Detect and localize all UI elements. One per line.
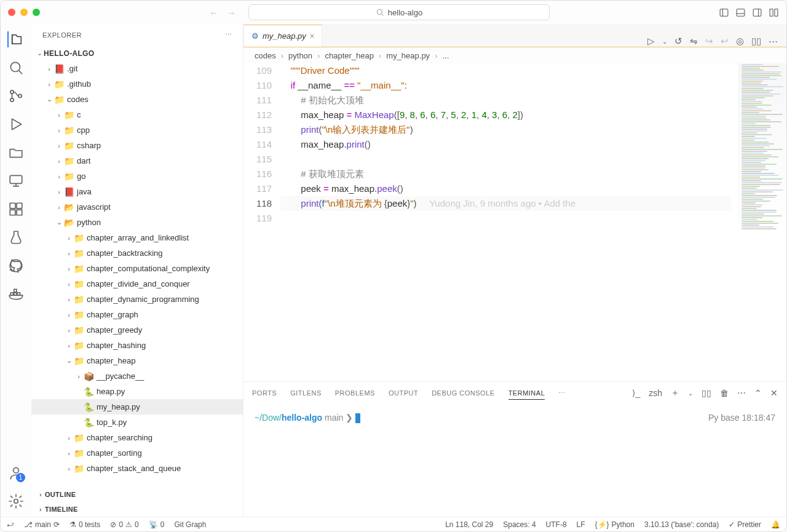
- timeline-icon[interactable]: ↺: [674, 36, 682, 47]
- outline-section[interactable]: ›OUTLINE: [31, 487, 243, 502]
- test-icon[interactable]: [8, 229, 24, 245]
- folder-open-icon[interactable]: [8, 145, 24, 161]
- tree-item[interactable]: ⌄📂python: [31, 215, 243, 230]
- file-tree[interactable]: ⌄HELLO-ALGO ›📕.git›📁.github⌄📁codes›📁c›📁c…: [31, 46, 243, 487]
- tree-item[interactable]: 🐍my_heap.py: [31, 399, 243, 415]
- split-editor-icon[interactable]: ▯▯: [751, 36, 761, 47]
- run-dropdown-icon[interactable]: ⌄: [662, 38, 667, 45]
- tree-item[interactable]: ›📁chapter_greedy: [31, 322, 243, 338]
- gitgraph-status[interactable]: Git Graph: [174, 520, 206, 529]
- tree-item[interactable]: ›📁c: [31, 107, 243, 122]
- account-icon[interactable]: 1: [8, 465, 24, 481]
- close-window[interactable]: [8, 9, 15, 16]
- tree-item[interactable]: ›📁chapter_array_and_linkedlist: [31, 230, 243, 245]
- indent-status[interactable]: Spaces: 4: [503, 520, 536, 529]
- workspace-root[interactable]: ⌄HELLO-ALGO: [31, 46, 243, 61]
- breadcrumb-item[interactable]: my_heap.py: [386, 51, 430, 60]
- scm-icon[interactable]: [8, 88, 24, 104]
- minimap[interactable]: [738, 63, 786, 223]
- encoding-status[interactable]: UTF-8: [546, 520, 567, 529]
- tree-item[interactable]: ›📁go: [31, 169, 243, 184]
- run-debug-icon[interactable]: [8, 116, 24, 132]
- split-terminal-icon[interactable]: ▯▯: [702, 388, 711, 398]
- breadcrumb-item[interactable]: ...: [442, 51, 449, 60]
- panel-tab[interactable]: PORTS: [252, 389, 277, 397]
- git-compare-icon[interactable]: ⇋: [690, 36, 698, 47]
- breadcrumb-item[interactable]: chapter_heap: [325, 51, 374, 60]
- github-icon[interactable]: [8, 258, 24, 274]
- panel-tab[interactable]: DEBUG CONSOLE: [432, 389, 494, 397]
- tree-item[interactable]: ›📁chapter_dynamic_programming: [31, 292, 243, 307]
- panel-tab[interactable]: OUTPUT: [389, 389, 418, 397]
- eol-status[interactable]: LF: [577, 520, 585, 529]
- layout-sidebar-right-icon[interactable]: [752, 7, 762, 18]
- kill-terminal-icon[interactable]: 🗑: [720, 388, 729, 398]
- terminal[interactable]: ~/Dow/hello-algo main ❯ Py base 18:18:47: [243, 404, 786, 517]
- explorer-more-icon[interactable]: ⋯: [225, 31, 232, 39]
- breadcrumb-item[interactable]: python: [288, 51, 312, 60]
- prettier-status[interactable]: ✓ Prettier: [729, 520, 761, 529]
- cursor-pos[interactable]: Ln 118, Col 29: [445, 520, 493, 529]
- explorer-icon[interactable]: [7, 31, 23, 47]
- panel-tab[interactable]: GITLENS: [290, 389, 322, 397]
- panel-overflow-icon[interactable]: ⋯: [737, 388, 746, 398]
- run-icon[interactable]: ▷: [647, 36, 655, 47]
- code-editor[interactable]: 109110111112113114115116117118119 """Dri…: [243, 63, 786, 381]
- nav-back-icon[interactable]: ←: [209, 7, 218, 18]
- panel-maximize-icon[interactable]: ⌃: [754, 388, 762, 398]
- layout-panel-icon[interactable]: [735, 7, 746, 18]
- new-terminal-icon[interactable]: ＋: [671, 387, 679, 399]
- tree-item[interactable]: ›📁chapter_computational_complexity: [31, 261, 243, 276]
- nav-prev-icon[interactable]: ↪: [705, 36, 713, 47]
- tree-item[interactable]: ›📁dart: [31, 153, 243, 169]
- extensions-icon[interactable]: [8, 201, 24, 217]
- breadcrumbs[interactable]: codes›python›chapter_heap›my_heap.py›...: [243, 47, 786, 63]
- tab-close-icon[interactable]: ×: [310, 31, 315, 41]
- minimize-window[interactable]: [20, 9, 28, 16]
- tree-item[interactable]: ›📁cpp: [31, 122, 243, 138]
- terminal-launch-icon[interactable]: ⟩_: [632, 388, 640, 398]
- panel-more-icon[interactable]: ⋯: [558, 389, 566, 397]
- language-status[interactable]: {⚡} Python: [595, 520, 635, 529]
- problems-status[interactable]: ⊘ 0 ⚠ 0: [110, 520, 138, 529]
- tree-item[interactable]: ⌄📁chapter_heap: [31, 353, 243, 368]
- breadcrumb-item[interactable]: codes: [255, 51, 276, 60]
- editor-more-icon[interactable]: ⋯: [769, 36, 778, 47]
- tree-item[interactable]: ›📁chapter_hashing: [31, 338, 243, 353]
- settings-gear-icon[interactable]: [8, 493, 24, 509]
- remote-icon[interactable]: [8, 173, 24, 189]
- layout-customize-icon[interactable]: [769, 7, 779, 18]
- tab-my-heap[interactable]: ⚙ my_heap.py ×: [243, 25, 322, 47]
- panel-tab[interactable]: PROBLEMS: [335, 389, 375, 397]
- search-icon[interactable]: [8, 60, 24, 76]
- nav-forward-icon[interactable]: →: [227, 7, 236, 18]
- docker-icon[interactable]: [8, 286, 24, 302]
- code-area[interactable]: """Driver Code""" if __name__ == "__main…: [280, 63, 786, 381]
- tree-item[interactable]: ›📕java: [31, 184, 243, 199]
- panel-tab[interactable]: TERMINAL: [508, 389, 545, 400]
- notifications-icon[interactable]: 🔔: [771, 520, 780, 529]
- tree-item[interactable]: 🐍heap.py: [31, 384, 243, 399]
- layout-sidebar-left-icon[interactable]: [719, 7, 729, 18]
- terminal-split-dropdown-icon[interactable]: ⌄: [688, 390, 693, 397]
- nav-next-icon[interactable]: ↩: [721, 36, 729, 47]
- terminal-shell[interactable]: zsh: [649, 388, 662, 398]
- tests-status[interactable]: ⚗ 0 tests: [69, 520, 100, 529]
- tree-item[interactable]: ›📁chapter_graph: [31, 307, 243, 322]
- tree-item[interactable]: 🐍top_k.py: [31, 415, 243, 430]
- tree-item[interactable]: ›📁csharp: [31, 138, 243, 153]
- tree-item[interactable]: ›📦__pycache__: [31, 368, 243, 384]
- branch-status[interactable]: ⎇ main ⟳: [24, 520, 60, 529]
- remote-status[interactable]: ⮐: [7, 520, 14, 529]
- tree-item[interactable]: ›📁.github: [31, 76, 243, 92]
- tree-item[interactable]: ›📕.git: [31, 61, 243, 76]
- timeline-section[interactable]: ›TIMELINE: [31, 502, 243, 517]
- tree-item[interactable]: ›📁chapter_searching: [31, 430, 243, 445]
- tree-item[interactable]: ›📂javascript: [31, 199, 243, 215]
- tree-item[interactable]: ›📁chapter_sorting: [31, 445, 243, 461]
- radio-status[interactable]: 📡 0: [149, 520, 165, 529]
- more-nav-icon[interactable]: ◎: [736, 36, 744, 47]
- zoom-window[interactable]: [33, 9, 40, 16]
- tree-item[interactable]: ›📁chapter_backtracking: [31, 245, 243, 261]
- command-center[interactable]: hello-algo: [248, 4, 550, 20]
